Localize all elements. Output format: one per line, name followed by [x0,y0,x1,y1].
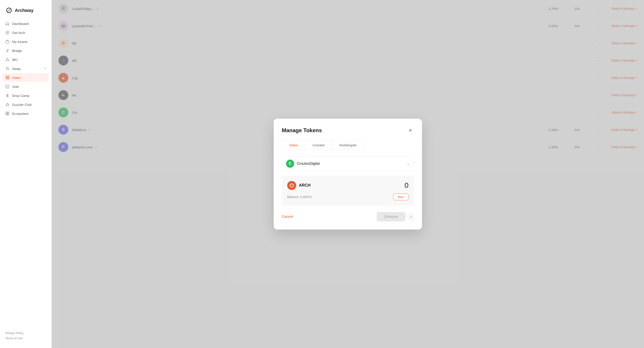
validator-selector-name: CroutonDigital [297,162,404,166]
link-icon [6,49,10,53]
delegate-button[interactable]: Delegate [376,212,405,221]
sidebar: Archway Dashboard Get Arch My Assets [0,0,52,348]
cancel-button[interactable]: Cancel [282,212,293,221]
sidebar-item-ecosystem[interactable]: Ecosystem [3,109,49,118]
sidebar-item-bridge[interactable]: Bridge [3,46,49,55]
sidebar-item-dashboard[interactable]: Dashboard [3,19,49,28]
sidebar-footer: Privacy Policy Terms of Use [0,328,52,343]
balance-label: Balance: 0 ARCH [287,195,312,199]
sidebar-item-ibc[interactable]: IBC [3,55,49,64]
manage-tokens-modal: Manage Tokens ✕ Stake Unstake Redelegate… [274,119,422,229]
swap-icon [6,67,10,71]
plus-circle-icon [6,31,10,35]
validator-icon: C [286,160,294,168]
sidebar-item-stake[interactable]: Stake [3,73,49,82]
delegate-area: Delegate ℹ [376,212,414,221]
vote-icon [6,85,10,89]
sidebar-item-label: Stake [12,76,21,80]
grid-icon [6,112,10,116]
balance-row: Balance: 0 ARCH Max [287,194,408,200]
svg-rect-1 [6,41,9,43]
tab-redelegate[interactable]: Redelegate [332,141,364,150]
chevron-down-icon: ⌄ [407,161,410,166]
info-icon[interactable]: ℹ [408,214,414,220]
sidebar-item-label: IBC [12,58,18,62]
stake-icon [6,76,10,80]
sidebar-item-get-arch[interactable]: Get Arch [3,28,49,37]
amount-area: ARCH 0 Balance: 0 ARCH Max [282,176,414,206]
sidebar-item-my-assets[interactable]: My Assets [3,37,49,46]
sidebar-item-label: Vote [12,85,19,89]
star-icon [6,103,10,107]
tab-stake[interactable]: Stake [282,141,305,150]
modal-header: Manage Tokens ✕ [282,127,414,134]
tab-bar: Stake Unstake Redelegate [282,140,364,150]
main-content: 🍀 LuckyFriday.i... ↗ 2.74% 5% - Stake & … [52,0,644,348]
home-icon [6,22,10,26]
token-symbol: ARCH [299,183,402,188]
svg-rect-9 [8,114,9,115]
sidebar-item-label: Guzzler Club [12,103,32,107]
svg-rect-7 [8,112,9,113]
sidebar-item-label: Bridge [12,49,22,53]
sidebar-item-drop-camp[interactable]: Drop Camp [3,91,49,100]
sidebar-item-label: Ecosystem [12,112,28,116]
sidebar-item-vote[interactable]: Vote [3,82,49,91]
nav-list: Dashboard Get Arch My Assets Bridge [0,19,52,328]
sidebar-item-guzzler-club[interactable]: Guzzler Club [3,100,49,109]
privacy-policy-link[interactable]: Privacy Policy [6,331,46,335]
anchor-icon [6,94,10,98]
modal-overlay: Manage Tokens ✕ Stake Unstake Redelegate… [52,0,644,348]
sidebar-item-label: Get Arch [12,31,25,35]
validator-selector[interactable]: C CroutonDigital ⌄ [282,156,414,171]
token-amount: 0 [404,181,408,190]
sidebar-item-label: Drop Camp [12,94,30,98]
triangle-icon [6,58,10,62]
sidebar-item-label: My Assets [12,40,28,44]
close-button[interactable]: ✕ [407,127,414,134]
app-name: Archway [15,8,34,13]
amount-row: ARCH 0 [287,181,408,190]
sidebar-item-label: Swap [12,67,21,71]
external-arrow: ↗ [44,67,46,70]
svg-rect-8 [6,114,7,115]
svg-rect-6 [6,112,7,113]
briefcase-icon [6,40,10,44]
arch-token-icon [287,181,296,190]
app-logo[interactable]: Archway [0,5,52,19]
modal-title: Manage Tokens [282,127,322,134]
tab-unstake[interactable]: Unstake [305,141,332,150]
modal-footer: Cancel Delegate ℹ [282,212,414,221]
archway-logo-icon [6,7,12,14]
sidebar-item-label: Dashboard [12,22,28,26]
sidebar-item-swap[interactable]: Swap ↗ [3,64,49,73]
max-button[interactable]: Max [393,194,408,200]
terms-of-use-link[interactable]: Terms of Use [6,336,46,340]
